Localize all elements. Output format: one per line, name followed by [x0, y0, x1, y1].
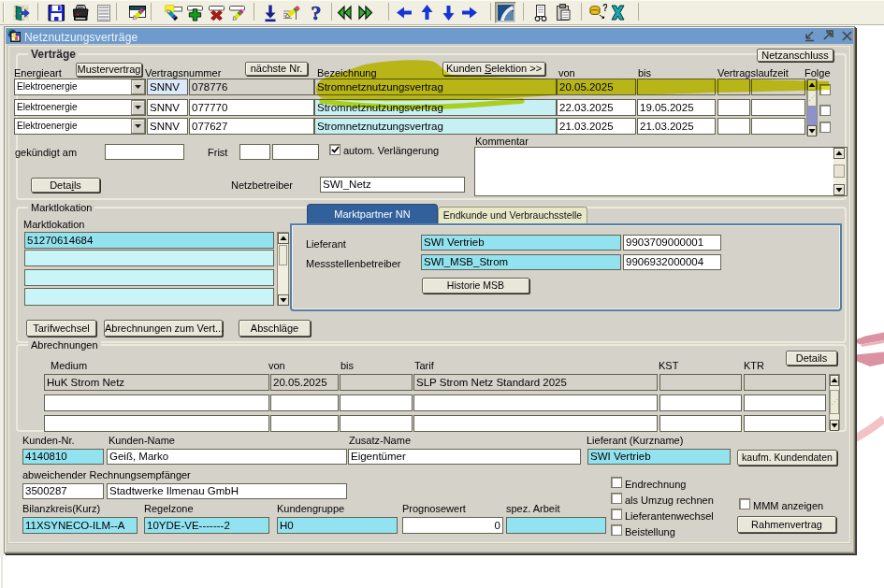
- svg-text:?: ?: [312, 3, 322, 22]
- svg-text:?: ?: [602, 3, 607, 13]
